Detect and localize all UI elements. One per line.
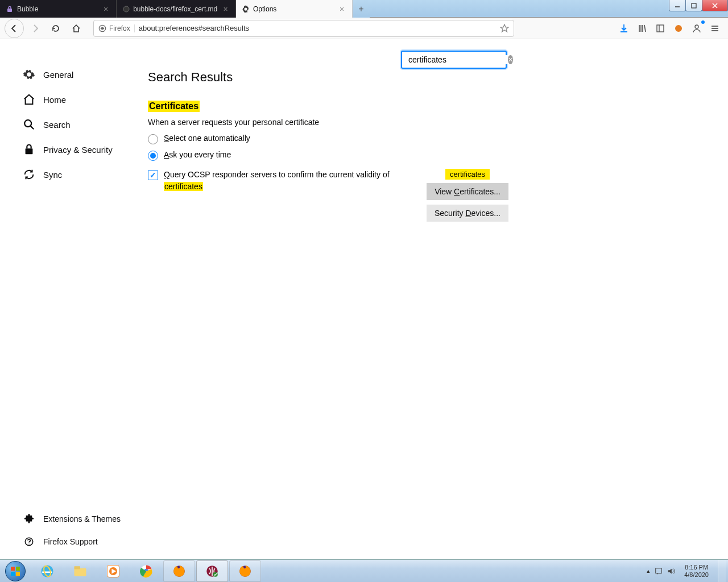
taskbar-ie[interactable]: [31, 560, 63, 582]
svg-rect-24: [75, 566, 81, 569]
extension-icon[interactable]: [670, 20, 687, 37]
page-title: Search Results: [148, 70, 500, 85]
minimize-button[interactable]: [669, 0, 686, 11]
svg-point-20: [28, 543, 30, 544]
sidebar-toggle-icon[interactable]: [652, 20, 669, 37]
puzzle-icon: [23, 513, 35, 525]
radio-select-automatically[interactable]: Select one automatically: [148, 134, 500, 144]
taskbar-clock[interactable]: 8:16 PM 4/8/2020: [680, 564, 713, 579]
url-text: about:preferences#searchResults: [139, 24, 500, 32]
gear-icon: [242, 5, 250, 13]
taskbar-app-active[interactable]: [196, 560, 228, 582]
sidebar-item-general[interactable]: General: [23, 62, 125, 87]
gear-icon: [23, 68, 35, 81]
radio-icon[interactable]: [148, 134, 158, 144]
svg-rect-18: [26, 148, 33, 154]
radio-icon[interactable]: [148, 151, 158, 161]
sidebar-item-privacy[interactable]: Privacy & Security: [23, 137, 125, 162]
reload-button[interactable]: [47, 19, 65, 38]
toolbar-right: [615, 20, 723, 37]
sidebar-item-label: Search: [43, 120, 71, 130]
taskbar-firefox-1[interactable]: [163, 560, 195, 582]
close-icon[interactable]: ×: [337, 5, 346, 14]
sidebar-item-extensions[interactable]: Extensions & Themes: [23, 513, 121, 525]
checkbox-icon[interactable]: ✓: [148, 170, 158, 180]
window-controls: [669, 0, 728, 17]
svg-rect-0: [7, 9, 12, 12]
sidebar-bottom: Extensions & Themes Firefox Support: [23, 513, 121, 548]
downloads-icon[interactable]: [615, 20, 632, 37]
windows-taskbar: ▴ 8:16 PM 4/8/2020: [0, 559, 728, 582]
preferences-content: General Home Search Privacy & Security S…: [0, 39, 728, 559]
browser-tab-options[interactable]: Options ×: [236, 0, 353, 18]
close-icon[interactable]: ×: [221, 5, 230, 14]
lock-icon: [6, 5, 14, 13]
close-window-button[interactable]: [702, 0, 728, 11]
identity-label: Firefox: [109, 24, 130, 32]
tray-volume-icon[interactable]: [667, 567, 675, 575]
browser-tab-bubble[interactable]: Bubble ×: [0, 0, 117, 18]
sync-icon: [23, 168, 35, 181]
radio-label: Select one automatically: [164, 134, 250, 143]
back-button[interactable]: [5, 19, 24, 38]
tray-chevron-icon[interactable]: ▴: [647, 567, 650, 575]
certificates-subheading: When a server requests your personal cer…: [148, 118, 500, 127]
tab-label: Options: [253, 5, 276, 13]
menu-icon[interactable]: [706, 20, 723, 37]
sidebar-item-sync[interactable]: Sync: [23, 162, 125, 187]
sidebar-item-label: Home: [43, 95, 66, 105]
tray-action-center-icon[interactable]: [655, 567, 663, 575]
lock-icon: [23, 143, 35, 156]
checkbox-ocsp[interactable]: ✓ Query OCSP responder servers to confir…: [148, 169, 500, 193]
tabs-strip: Bubble × bubble-docs/firefox_cert.md a ×…: [0, 0, 370, 18]
svg-rect-3: [692, 3, 696, 8]
clock-time: 8:16 PM: [684, 564, 709, 571]
radio-label: Ask you every time: [164, 150, 231, 159]
home-button[interactable]: [67, 19, 85, 38]
svg-line-17: [31, 126, 34, 130]
tab-label: bubble-docs/firefox_cert.md a: [133, 5, 218, 13]
browser-tab-docs[interactable]: bubble-docs/firefox_cert.md a ×: [117, 0, 236, 18]
home-icon: [23, 93, 35, 106]
svg-point-9: [675, 25, 682, 32]
svg-rect-7: [657, 25, 664, 32]
sidebar-item-label: Privacy & Security: [43, 145, 113, 155]
title-bar: Bubble × bubble-docs/firefox_cert.md a ×…: [0, 0, 728, 18]
maximize-button[interactable]: [685, 0, 702, 11]
close-icon[interactable]: ×: [101, 5, 110, 14]
account-icon[interactable]: [688, 20, 705, 37]
sidebar-item-label: Extensions & Themes: [43, 514, 121, 523]
taskbar-explorer[interactable]: [64, 560, 96, 582]
search-icon: [23, 118, 35, 131]
address-bar[interactable]: Firefox about:preferences#searchResults: [93, 20, 514, 37]
svg-rect-33: [656, 568, 662, 573]
firefox-logo-icon: [98, 24, 106, 32]
svg-point-10: [695, 25, 698, 28]
checkbox-label: Query OCSP responder servers to confirm …: [164, 169, 403, 193]
identity-box[interactable]: Firefox: [98, 24, 135, 32]
forward-button[interactable]: [26, 19, 44, 38]
preferences-main: Search Results Certificates When a serve…: [125, 39, 523, 559]
sidebar-item-home[interactable]: Home: [23, 87, 125, 112]
taskbar-firefox-2[interactable]: [229, 560, 261, 582]
library-icon[interactable]: [634, 20, 651, 37]
radio-ask-every-time[interactable]: Ask you every time: [148, 150, 500, 161]
sidebar-item-label: General: [43, 70, 73, 80]
svg-point-16: [24, 120, 31, 127]
help-icon: [23, 535, 35, 548]
bookmark-star-icon[interactable]: [500, 24, 509, 33]
taskbar-mediaplayer[interactable]: [97, 560, 129, 582]
show-desktop-button[interactable]: [718, 560, 726, 583]
svg-point-1: [123, 6, 129, 12]
tab-label: Bubble: [17, 5, 38, 13]
sidebar-item-search[interactable]: Search: [23, 112, 125, 137]
taskbar-chrome[interactable]: [130, 560, 162, 582]
start-button[interactable]: [0, 560, 31, 583]
svg-rect-23: [75, 568, 86, 576]
clock-date: 4/8/2020: [684, 571, 709, 579]
windows-logo-icon: [5, 561, 26, 581]
new-tab-button[interactable]: +: [353, 0, 370, 18]
sidebar-item-support[interactable]: Firefox Support: [23, 535, 121, 548]
system-tray: ▴ 8:16 PM 4/8/2020: [647, 560, 728, 583]
nav-toolbar: Firefox about:preferences#searchResults: [0, 18, 728, 39]
